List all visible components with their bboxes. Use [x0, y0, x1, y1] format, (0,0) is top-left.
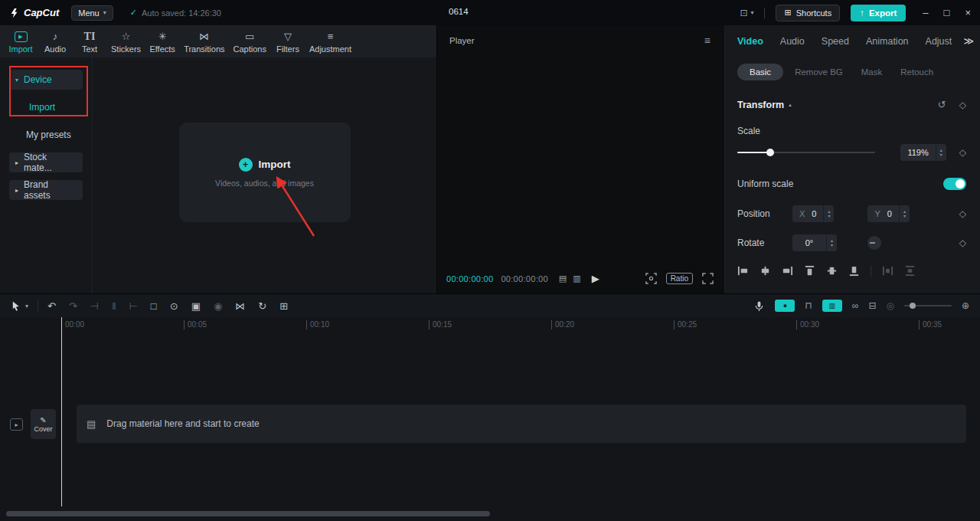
divider — [871, 266, 871, 277]
undo-icon[interactable]: ↶ — [47, 300, 56, 312]
keyframe-diamond-icon[interactable]: ◇ — [959, 147, 966, 158]
playhead[interactable] — [61, 317, 62, 506]
scale-slider-thumb[interactable] — [766, 149, 774, 156]
media-tab-audio[interactable]: ♪ Audio — [42, 31, 68, 54]
subtab-remove-bg[interactable]: Remove BG — [788, 64, 850, 80]
main-track-icon[interactable]: ▸ — [10, 418, 23, 431]
tab-animation[interactable]: Animation — [866, 36, 909, 47]
redo-icon[interactable]: ↷ — [69, 300, 77, 312]
magnet-icon[interactable]: ⊓ — [805, 300, 812, 311]
position-y-input[interactable]: Y0 ▴▾ — [867, 205, 909, 222]
media-tab-adjustment[interactable]: ≡ Adjustment — [309, 31, 351, 54]
tab-speed[interactable]: Speed — [822, 36, 849, 47]
maximize-button[interactable]: □ — [944, 7, 950, 18]
display-mode-button[interactable]: ⊡ ▾ — [740, 8, 753, 18]
media-tab-captions[interactable]: ▭ Captions — [234, 31, 266, 54]
audio-icon: ♪ — [53, 31, 58, 42]
record-toggle[interactable]: ● — [775, 300, 795, 312]
focus-frame-icon[interactable] — [645, 273, 657, 284]
zoom-slider-thumb[interactable] — [910, 303, 916, 309]
media-tab-effects[interactable]: ✳ Effects — [149, 31, 175, 54]
play-button[interactable]: ▶ — [592, 273, 599, 284]
next-frame-icon[interactable]: ▥ — [573, 274, 580, 283]
distribute-vertical-icon[interactable] — [904, 265, 916, 277]
subtab-mask[interactable]: Mask — [854, 64, 889, 80]
sidebar-item-import[interactable]: Import — [9, 97, 83, 117]
inspector-subtab-bar: Basic Remove BG Mask Retouch — [737, 64, 966, 80]
fullscreen-icon[interactable] — [702, 273, 714, 284]
timeline-ruler[interactable]: 00:00 00:05 00:10 00:15 00:20 00:25 00:3… — [0, 317, 980, 333]
position-x-input[interactable]: X0 ▴▾ — [792, 205, 834, 222]
sidebar-item-my-presets[interactable]: My presets — [9, 125, 83, 145]
empty-track-dropzone[interactable]: ▤ Drag material here and start to create — [77, 405, 966, 443]
sidebar-item-brand-assets[interactable]: ▸ Brand assets — [9, 180, 83, 200]
media-tab-stickers[interactable]: ☆ Stickers — [111, 31, 141, 54]
ratio-button[interactable]: Ratio — [666, 273, 693, 284]
preview-toggle[interactable]: ▥ — [822, 300, 842, 312]
fit-timeline-icon[interactable]: ⊕ — [962, 300, 969, 311]
align-bottom-icon[interactable] — [848, 265, 860, 277]
rotate-dial[interactable] — [867, 236, 881, 250]
tab-audio[interactable]: Audio — [780, 36, 805, 47]
mask-icon[interactable]: ⊙ — [170, 300, 178, 312]
delete-icon[interactable]: □ — [151, 300, 157, 312]
media-tab-import[interactable]: ▶ Import — [8, 31, 34, 54]
rotate-input[interactable]: 0° ▴▾ — [792, 234, 837, 251]
tab-adjust[interactable]: Adjust — [926, 36, 952, 47]
cover-button[interactable]: ✎ Cover — [31, 409, 56, 439]
menu-button[interactable]: Menu ▾ — [71, 5, 113, 21]
multicam-icon[interactable]: ⊟ — [868, 300, 876, 311]
link-icon[interactable]: ∞ — [852, 300, 859, 311]
keyframe-diamond-icon[interactable]: ◇ — [959, 238, 966, 248]
capcut-app: CapCut Menu ▾ ✓ Auto saved: 14:26:30 061… — [0, 0, 980, 521]
crop-icon[interactable]: ⊞ — [279, 300, 288, 312]
shortcuts-button[interactable]: ⊞ Shortcuts — [776, 5, 840, 21]
adjustment-icon: ≡ — [328, 31, 334, 42]
align-left-icon[interactable] — [737, 265, 749, 277]
media-tab-filters[interactable]: ▽ Filters — [275, 31, 301, 54]
rotate-icon[interactable]: ↻ — [258, 300, 266, 312]
overlay-icon[interactable]: ▣ — [191, 300, 201, 312]
scale-stepper[interactable]: ▴▾ — [936, 144, 946, 161]
media-tab-transitions[interactable]: ⋈ Transitions — [184, 31, 224, 54]
align-center-vertical-icon[interactable] — [826, 265, 838, 277]
rotate-stepper[interactable]: ▴▾ — [826, 234, 837, 251]
subtab-basic[interactable]: Basic — [737, 64, 783, 80]
keyframe-diamond-icon[interactable]: ◇ — [959, 208, 966, 219]
mirror-icon[interactable]: ⋈ — [235, 300, 245, 312]
timeline-zoom-slider[interactable] — [904, 302, 952, 310]
reset-icon[interactable]: ↺ — [938, 99, 946, 110]
trim-left-icon[interactable]: ⊣ — [90, 300, 99, 312]
align-center-horizontal-icon[interactable] — [760, 265, 771, 277]
timeline-scrollbar[interactable] — [6, 511, 974, 516]
export-button[interactable]: ↑ Export — [851, 5, 906, 21]
sidebar-item-device[interactable]: ▾ Device — [9, 70, 83, 90]
minimize-button[interactable]: – — [923, 7, 928, 18]
close-button[interactable]: × — [965, 7, 971, 18]
trim-right-icon[interactable]: ⊢ — [129, 300, 138, 312]
position-x-stepper[interactable]: ▴▾ — [823, 205, 834, 222]
position-y-stepper[interactable]: ▴▾ — [899, 205, 910, 222]
scrollbar-thumb[interactable] — [6, 511, 490, 516]
scale-value-input[interactable]: 119% ▴▾ — [900, 144, 946, 161]
import-dropzone[interactable]: + Import Videos, audios, and images — [179, 123, 351, 222]
scale-slider[interactable] — [737, 148, 875, 157]
subtab-retouch[interactable]: Retouch — [893, 64, 940, 80]
voiceover-mic-icon[interactable] — [753, 300, 765, 312]
prev-frame-icon[interactable]: ▤ — [559, 274, 567, 283]
media-tab-text[interactable]: TI Text — [77, 31, 103, 54]
distribute-horizontal-icon[interactable] — [882, 265, 893, 277]
keyframe-diamond-icon[interactable]: ◇ — [959, 100, 966, 110]
collapse-icon[interactable]: ▴ — [789, 102, 792, 108]
sidebar-item-stock-materials[interactable]: ▸ Stock mate... — [9, 152, 83, 172]
align-top-icon[interactable] — [804, 265, 815, 277]
uniform-scale-toggle[interactable] — [943, 178, 966, 190]
align-right-icon[interactable] — [782, 265, 793, 277]
select-tool-button[interactable]: ▾ — [11, 300, 28, 312]
freeze-frame-icon[interactable]: ◉ — [214, 300, 222, 312]
more-tabs-icon[interactable]: ≫ — [960, 35, 974, 47]
player-menu-icon[interactable]: ≡ — [704, 34, 710, 47]
split-icon[interactable]: ‖ — [112, 300, 116, 312]
zoom-out-icon[interactable]: ◎ — [886, 300, 893, 311]
tab-video[interactable]: Video — [737, 36, 763, 47]
